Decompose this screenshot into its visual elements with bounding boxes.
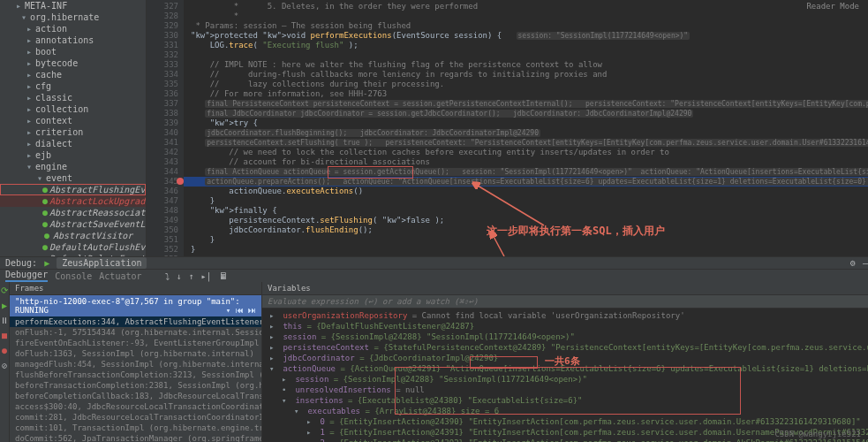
watermark: CSDN @wangyijie521	[774, 430, 861, 438]
package-icon: ▸	[25, 149, 34, 161]
tree-item[interactable]: ▸action	[0, 23, 146, 34]
class-icon: ●	[42, 230, 51, 241]
tree-label: annotations	[35, 34, 94, 46]
frame-row[interactable]: doCommit:562, JpaTransactionManager (org…	[10, 433, 261, 442]
code-editor[interactable]: 3273283293303313323333343353363373383393…	[147, 0, 868, 256]
tree-item[interactable]: ▸bytecode	[0, 57, 146, 69]
tree-item[interactable]: ▸context	[0, 115, 146, 126]
class-icon: ●	[42, 207, 48, 218]
frame-row[interactable]: performExecutions:344, AbstractFlushingE…	[10, 316, 261, 327]
tree-item[interactable]: ●AbstractVisitor	[0, 230, 146, 241]
debug-side-toolbar: ⟳ ▶ ⏸ ■ ● ⊘	[0, 282, 10, 442]
variable-row[interactable]: ▸ persistenceContext = {StatefulPersiste…	[262, 342, 868, 353]
pause-icon[interactable]: ⏸	[0, 316, 9, 325]
resume-icon[interactable]: ▶	[2, 301, 7, 310]
tree-item[interactable]: ▸cache	[0, 69, 146, 80]
package-icon: ▸	[25, 57, 34, 69]
variable-row[interactable]: ▸ userOrganizationRepository = Cannot fi…	[262, 310, 868, 321]
frame-row[interactable]: beforeTransactionCompletion:2381, Sessio…	[10, 380, 261, 391]
tree-item[interactable]: ▾event	[0, 172, 146, 184]
tree-item[interactable]: ▸ejb	[0, 149, 146, 161]
minimize-icon[interactable]: —	[863, 258, 868, 268]
tree-label: criterion	[35, 126, 83, 138]
variable-row[interactable]: ▸ session = {SessionImpl@24288} "Session…	[262, 332, 868, 342]
tree-item[interactable]: ▸annotations	[0, 34, 146, 46]
frame-row[interactable]: flushBeforeTransactionCompletion:3213, S…	[10, 370, 261, 380]
folder-icon: ▾	[19, 11, 28, 23]
frame-row[interactable]: commit:281, JdbcResourceLocalTransaction…	[10, 412, 261, 423]
rerun-icon[interactable]: ⟳	[1, 286, 8, 295]
frame-row[interactable]: fireEventOnEachListener:-93, EventListen…	[10, 338, 261, 348]
package-icon: ▸	[25, 69, 34, 80]
tree-item[interactable]: ●AbstractSaveEventListener	[0, 218, 146, 230]
tree-label: cfg	[35, 80, 51, 92]
frames-panel[interactable]: Frames "http-nio-12000-exec-8"@17,567 in…	[10, 282, 262, 442]
frame-row[interactable]: doFlush:1363, SessionImpl (org.hibernate…	[10, 348, 261, 359]
reader-mode-label[interactable]: Reader Mode	[806, 2, 859, 11]
tree-item[interactable]: ●DefaultAutoFlushEventListener	[0, 241, 146, 253]
tree-item[interactable]: ▸collection	[0, 103, 146, 115]
frame-row[interactable]: beforeCompletionCallback:183, JdbcResour…	[10, 391, 261, 401]
tree-label: dialect	[35, 138, 72, 149]
tree-label: cache	[35, 69, 62, 80]
tree-label: org.hibernate	[30, 11, 99, 23]
tree-label: AbstractLockUpgradeEventListener	[49, 195, 147, 207]
frame-row[interactable]: commit:101, TransactionImpl (org.hiberna…	[10, 423, 261, 433]
package-icon: ▸	[25, 103, 34, 115]
stop-icon[interactable]: ■	[2, 331, 7, 340]
tree-label: context	[35, 115, 72, 126]
tree-item[interactable]: ▸cfg	[0, 80, 146, 92]
variables-panel[interactable]: Variables Evaluate expression (↩) or add…	[262, 282, 868, 442]
tree-label: AbstractSaveEventListener	[49, 218, 147, 230]
tree-item[interactable]: ●AbstractReassociateEventListener	[0, 207, 146, 218]
tree-label: bytecode	[35, 57, 78, 69]
class-icon: ●	[42, 184, 48, 195]
tree-label: classic	[35, 92, 72, 103]
debugger-tab[interactable]: Debugger	[5, 270, 48, 282]
evaluate-icon[interactable]: 🖩	[219, 271, 228, 281]
package-icon: ▸	[25, 80, 34, 92]
project-tree[interactable]: ▸META-INF ▾org.hibernate ▸action ▸annota…	[0, 0, 147, 256]
annotation-box	[328, 166, 413, 179]
package-icon: ▸	[25, 34, 34, 46]
thread-label[interactable]: "http-nio-12000-exec-8"@17,567 in group …	[10, 295, 261, 316]
class-icon: ●	[42, 218, 48, 230]
tree-item[interactable]: ▸criterion	[0, 126, 146, 138]
variable-row[interactable]: ▸ 0 = {EntityInsertAction@24390} "Entity…	[262, 416, 868, 427]
tree-label: AbstractVisitor	[53, 230, 132, 241]
class-icon: ●	[42, 195, 48, 207]
run-to-cursor-icon[interactable]: ▸|	[201, 271, 212, 281]
code-area[interactable]: * 5. Deletes, in the order they were per…	[184, 0, 868, 256]
evaluate-input[interactable]: Evaluate expression (↩) or add a watch (…	[262, 295, 868, 309]
tree-item[interactable]: ▸boot	[0, 46, 146, 57]
tree-item[interactable]: ●AbstractFlushingEventListener	[0, 184, 146, 195]
debug-config-tab[interactable]: ZeusApplication	[57, 257, 147, 269]
tree-item[interactable]: ▾engine	[0, 161, 146, 172]
step-into-icon[interactable]: ↓	[177, 271, 182, 281]
tree-label: engine	[35, 161, 67, 172]
frame-row[interactable]: access$300:40, JdbcResourceLocalTransact…	[10, 401, 261, 412]
actuator-tab[interactable]: Actuator	[99, 271, 141, 281]
mute-breakpoints-icon[interactable]: ⊘	[2, 361, 7, 370]
step-out-icon[interactable]: ↑	[189, 271, 194, 281]
frames-header: Frames	[10, 282, 261, 295]
tree-item[interactable]: ▸dialect	[0, 138, 146, 149]
frame-row[interactable]: onFlush:-1, 575154344 (org.hibernate.int…	[10, 327, 261, 338]
variable-row[interactable]: ▸ this = {DefaultFlushEventListener@2428…	[262, 321, 868, 332]
tree-item-selected[interactable]: ●AbstractLockUpgradeEventListener	[0, 195, 146, 207]
step-over-icon[interactable]: ⤵	[165, 271, 170, 281]
frame-row[interactable]: managedFlush:454, SessionImpl (org.hiber…	[10, 359, 261, 370]
run-config-icon: ▶	[44, 258, 49, 268]
debug-tool-header: Debug: ▶ ZeusApplication ⚙ —	[0, 256, 868, 269]
view-breakpoints-icon[interactable]: ●	[2, 346, 7, 355]
tree-label: event	[46, 172, 72, 184]
console-tab[interactable]: Console	[55, 271, 92, 281]
breakpoint-icon[interactable]	[177, 178, 184, 185]
tree-item[interactable]: ▸classic	[0, 92, 146, 103]
annotation-box	[395, 367, 741, 415]
tree-label: AbstractFlushingEventListener	[49, 184, 147, 195]
gear-icon[interactable]: ⚙	[850, 258, 856, 268]
annotation-text: 这一步即将执行第一条SQL，插入用户	[487, 224, 665, 239]
annotation-text: 一共6条	[545, 354, 580, 368]
tree-label: collection	[35, 103, 88, 115]
